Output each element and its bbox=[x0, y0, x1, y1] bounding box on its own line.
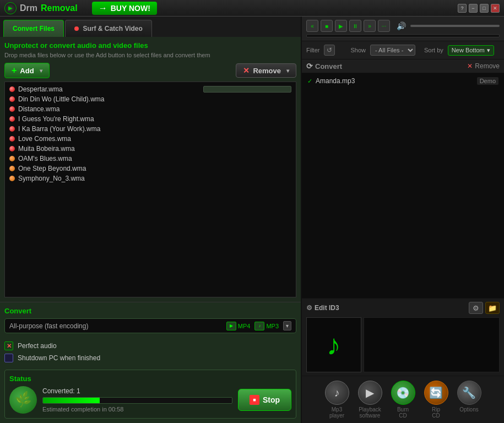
file-dot bbox=[9, 86, 15, 92]
file-list-item[interactable]: I Guess You're Right.wma bbox=[5, 114, 296, 124]
minimize-button[interactable]: − bbox=[469, 4, 478, 13]
bottom-bar: ♪ Mp3player ▶ Playbacksoftware 💿 BurnCD … bbox=[302, 376, 504, 423]
add-button[interactable]: + Add ▾ bbox=[4, 63, 50, 78]
volume-icon: 🔊 bbox=[397, 21, 406, 30]
file-dot bbox=[9, 126, 15, 132]
remove-label: Remove bbox=[253, 67, 281, 75]
file-name: OAM's Blues.wma bbox=[18, 155, 72, 162]
buy-now-button[interactable]: → BUY NOW! bbox=[92, 2, 157, 15]
file-area-header: Unprotect or convert audio and video fil… bbox=[4, 41, 296, 50]
bottom-icon-item[interactable]: 🔧 Options bbox=[457, 381, 481, 419]
file-list-item[interactable]: Distance.wma bbox=[5, 104, 296, 114]
bottom-icon-label: Mp3player bbox=[329, 406, 344, 419]
sort-dropdown[interactable]: New Bottom ▾ bbox=[448, 45, 494, 56]
mp3-icon: ♪ bbox=[254, 322, 264, 330]
format-mp3-button[interactable]: ♪ MP3 bbox=[254, 322, 279, 330]
right-remove-button[interactable]: ✕ Remove bbox=[467, 62, 500, 70]
file-area-subheader: Drop media files below or use the Add bu… bbox=[4, 52, 296, 58]
right-file-list-item[interactable]: ✓ Amanda.mp3 Demo bbox=[302, 75, 504, 86]
bottom-icon-circle: 🔧 bbox=[457, 381, 481, 405]
right-remove-label: Remove bbox=[475, 62, 500, 70]
perfect-audio-row: ✕ Perfect audio bbox=[4, 340, 296, 352]
file-list-item[interactable]: OAM's Blues.wma bbox=[5, 154, 296, 164]
help-button[interactable]: ? bbox=[458, 4, 467, 13]
bottom-icon-circle: ▶ bbox=[358, 381, 382, 405]
status-label: Status bbox=[9, 375, 291, 383]
format-mp4-button[interactable]: ▶ MP4 bbox=[226, 322, 251, 330]
pause-button[interactable]: ⏸ bbox=[349, 20, 361, 32]
file-list-item[interactable]: Din Din Wo (Little Child).wma bbox=[5, 94, 296, 104]
maximize-button[interactable]: □ bbox=[480, 4, 489, 13]
id3-settings-button[interactable]: ⚙ bbox=[469, 302, 483, 314]
tab-surf-catch[interactable]: Surf & Catch Video bbox=[65, 20, 152, 37]
close-button[interactable]: ✕ bbox=[491, 4, 500, 13]
file-list-item[interactable]: Love Comes.wma bbox=[5, 134, 296, 144]
filter-select[interactable]: - All Files - bbox=[370, 45, 415, 56]
tabs: Convert Files Surf & Catch Video bbox=[0, 17, 301, 37]
volume-slider[interactable] bbox=[410, 25, 500, 27]
fast-forward-button[interactable]: » bbox=[364, 20, 376, 32]
bottom-icon-item[interactable]: 💿 BurnCD bbox=[391, 381, 415, 419]
file-name: Love Comes.wma bbox=[18, 135, 71, 143]
buy-now-label: BUY NOW! bbox=[111, 4, 150, 13]
file-list-item[interactable]: I Ka Barra (Your Work).wma bbox=[5, 124, 296, 134]
shutdown-label: Shutdown PC when finished bbox=[18, 354, 100, 362]
filter-label: Filter bbox=[306, 47, 319, 53]
status-leaf-icon: 🌿 bbox=[14, 391, 32, 409]
album-art-area: ♪ bbox=[306, 317, 500, 372]
remove-dropdown-arrow: ▾ bbox=[286, 68, 289, 74]
rewind-button[interactable]: « bbox=[306, 20, 318, 32]
tab-convert-files[interactable]: Convert Files bbox=[3, 20, 64, 37]
stop-button[interactable]: ■ Stop bbox=[238, 389, 291, 411]
add-dropdown-arrow: ▾ bbox=[40, 68, 42, 74]
file-list: Despertar.wma Din Din Wo (Little Child).… bbox=[4, 82, 296, 297]
seek-bar[interactable] bbox=[306, 34, 500, 37]
convert-section: Convert All-purpose (fast encoding) ▶ MP… bbox=[0, 302, 301, 423]
file-dot bbox=[9, 106, 15, 112]
perfect-audio-label: Perfect audio bbox=[18, 342, 57, 350]
shutdown-row: Shutdown PC when finished bbox=[4, 352, 296, 364]
stop-icon: ■ bbox=[250, 395, 259, 405]
add-plus-icon: + bbox=[12, 66, 17, 75]
profile-name: All-purpose (fast encoding) bbox=[9, 322, 88, 330]
right-convert-label: Convert bbox=[315, 62, 342, 70]
file-list-item[interactable]: Symphony_No_3.wma bbox=[5, 173, 296, 183]
options-section: ✕ Perfect audio Shutdown PC when finishe… bbox=[4, 338, 296, 366]
file-list-item[interactable]: One Step Beyond.wma bbox=[5, 164, 296, 173]
remove-button[interactable]: ✕ Remove ▾ bbox=[236, 63, 296, 78]
right-file-name: Amanda.mp3 bbox=[316, 77, 474, 85]
tab-dot bbox=[74, 26, 79, 31]
file-list-item[interactable]: Muita Bobeira.wma bbox=[5, 144, 296, 154]
bottom-icon-item[interactable]: ▶ Playbacksoftware bbox=[358, 381, 382, 419]
status-icon: 🌿 bbox=[9, 386, 37, 414]
title-controls: ? − □ ✕ bbox=[458, 4, 500, 13]
player-controls: « ■ ▶ ⏸ » ··· 🔊 bbox=[302, 17, 504, 41]
status-converted: Converted: 1 bbox=[42, 387, 232, 395]
format-dropdown-arrow[interactable]: ▾ bbox=[283, 321, 291, 330]
shutdown-checkbox[interactable] bbox=[4, 354, 13, 362]
stop-transport-button[interactable]: ■ bbox=[321, 20, 333, 32]
bottom-icon-label: RipCD bbox=[432, 406, 440, 419]
filter-refresh-button[interactable]: ↺ bbox=[324, 45, 335, 56]
file-list-item[interactable]: Despertar.wma bbox=[5, 84, 296, 94]
main-container: Convert Files Surf & Catch Video Unprote… bbox=[0, 17, 504, 423]
convert-profile[interactable]: All-purpose (fast encoding) ▶ MP4 ♪ MP3 … bbox=[4, 318, 296, 333]
bottom-icon-circle: 🔄 bbox=[424, 381, 448, 405]
status-section: Status 🌿 Converted: 1 Estimated completi… bbox=[4, 370, 296, 419]
id3-folder-button[interactable]: 📁 bbox=[485, 302, 500, 314]
stop-label: Stop bbox=[263, 395, 280, 404]
right-file-tag: Demo bbox=[477, 77, 498, 85]
status-body: 🌿 Converted: 1 Estimated completion in 0… bbox=[9, 386, 291, 414]
right-convert-button[interactable]: ⟳ Convert bbox=[306, 62, 342, 70]
tab-surf-catch-label: Surf & Catch Video bbox=[83, 25, 142, 32]
bottom-icon-item[interactable]: ♪ Mp3player bbox=[325, 381, 349, 419]
more-button[interactable]: ··· bbox=[378, 20, 390, 32]
bottom-icon-circle: ♪ bbox=[325, 381, 349, 405]
file-progress-bar bbox=[203, 86, 291, 93]
perfect-audio-checkbox[interactable]: ✕ bbox=[4, 341, 13, 350]
buy-now-arrow: → bbox=[99, 3, 107, 13]
bottom-icon-item[interactable]: 🔄 RipCD bbox=[424, 381, 448, 419]
album-art-secondary bbox=[364, 317, 500, 372]
play-button[interactable]: ▶ bbox=[335, 20, 347, 32]
mp3-label: MP3 bbox=[266, 323, 279, 329]
